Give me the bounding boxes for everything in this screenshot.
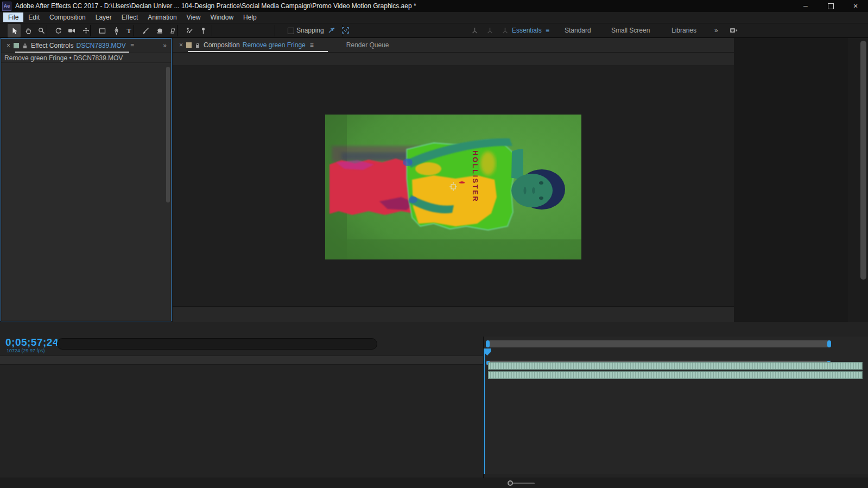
maximize-button[interactable]	[818, 0, 843, 12]
menu-layer[interactable]: Layer	[91, 12, 117, 22]
timeline-search-input[interactable]	[57, 338, 377, 350]
effect-controls-panel: × Effect Controls DSCN7839.MOV ≡ » Remov…	[1, 38, 172, 321]
panel-icon	[186, 42, 192, 48]
effect-controls-scrollbar[interactable]	[166, 67, 170, 202]
menu-bar: FileEditCompositionLayerEffectAnimationV…	[0, 12, 868, 23]
layer-bar-2[interactable]	[488, 371, 863, 379]
toolbar-separator	[47, 25, 47, 36]
playhead-line[interactable]	[484, 348, 485, 474]
timeline-zoom-slider[interactable]	[509, 483, 535, 484]
view-axis-mode-icon[interactable]	[502, 27, 509, 34]
close-icon[interactable]: ×	[179, 41, 183, 49]
toolbar-separator	[90, 25, 91, 36]
sync-settings-icon[interactable]	[730, 27, 738, 34]
window-scrollbar[interactable]	[848, 38, 868, 322]
hand-tool[interactable]	[22, 24, 35, 37]
menu-animation[interactable]: Animation	[143, 12, 181, 22]
zoom-tool[interactable]	[35, 24, 48, 37]
window-title: Adobe After Effects CC 2017 - D:\Users\D…	[15, 2, 416, 10]
workspace-small-screen[interactable]: Small Screen	[611, 27, 650, 34]
composition-tab-title[interactable]: Composition	[204, 41, 240, 49]
timeline-time-area[interactable]	[483, 337, 868, 474]
toolbar-separator	[177, 25, 178, 36]
navigator-end-handle[interactable]	[827, 340, 831, 347]
composition-viewport-image[interactable]: HOLLISTER	[325, 115, 581, 259]
panel-icon	[14, 43, 19, 48]
timeline-timecode[interactable]: 0;05;57;24	[5, 337, 59, 348]
workspace-libraries[interactable]: Libraries	[671, 27, 696, 34]
title-bar: Ae Adobe After Effects CC 2017 - D:\User…	[0, 0, 868, 12]
camera-tool[interactable]	[65, 24, 78, 37]
lock-icon[interactable]	[195, 42, 200, 48]
composition-panel: × Composition Remove green Fringe ≡ Rend…	[173, 38, 734, 322]
close-icon[interactable]: ×	[7, 42, 10, 49]
menu-window[interactable]: Window	[205, 12, 238, 22]
snap-along-edges-icon[interactable]	[328, 27, 335, 34]
toolbar-separator	[134, 25, 134, 36]
puppet-tool[interactable]	[197, 24, 210, 37]
close-button[interactable]: ✕	[843, 0, 868, 12]
timeline-column-header	[0, 356, 483, 365]
effect-controls-tab-target[interactable]: DSCN7839.MOV	[77, 42, 126, 49]
menu-file[interactable]: File	[3, 12, 23, 22]
menu-help[interactable]: Help	[238, 12, 262, 22]
timeline-tabs	[0, 322, 868, 337]
menu-edit[interactable]: Edit	[23, 12, 45, 22]
effect-controls-subtitle: Remove green Fringe • DSCN7839.MOV	[1, 53, 171, 63]
tab-render-queue[interactable]: Render Queue	[346, 41, 389, 49]
ae-app-icon: Ae	[2, 2, 11, 11]
time-ruler[interactable]	[484, 348, 868, 359]
navigator-start-handle[interactable]	[486, 340, 490, 347]
rect-tool[interactable]	[96, 24, 109, 37]
timeline-panel: 0;05;57;24 10724 (29.97 fps)	[0, 322, 868, 488]
pen-tool[interactable]	[110, 24, 123, 37]
more-workspaces-icon[interactable]: »	[714, 27, 718, 34]
snapping-checkbox[interactable]	[288, 28, 294, 34]
snapping-label: Snapping	[296, 27, 324, 34]
menu-composition[interactable]: Composition	[45, 12, 91, 22]
toolbar-separator	[275, 25, 275, 36]
panel-menu-icon[interactable]: ≡	[310, 41, 314, 49]
composition-tab-target[interactable]: Remove green Fringe	[243, 41, 306, 49]
minimize-button[interactable]: ─	[793, 0, 818, 12]
brush-tool[interactable]	[139, 24, 152, 37]
snap-expand-icon[interactable]	[342, 27, 349, 34]
effect-controls-tab-title[interactable]: Effect Controls	[31, 42, 73, 49]
shirt-brand-text: HOLLISTER	[471, 150, 479, 202]
effect-controls-rows	[1, 62, 166, 320]
layer-bar-1[interactable]	[488, 362, 863, 370]
workspace-menu-icon[interactable]: ≡	[546, 27, 549, 34]
zoom-knob[interactable]	[508, 480, 513, 486]
timeline-bottom-bar	[0, 478, 868, 488]
local-axis-mode-icon[interactable]	[471, 27, 478, 34]
toolbar: TSnappingEssentials≡StandardSmall Screen…	[0, 23, 868, 38]
menu-view[interactable]: View	[182, 12, 206, 22]
world-axis-mode-icon[interactable]	[486, 27, 493, 34]
time-navigator[interactable]	[486, 340, 831, 347]
svg-text:T: T	[127, 27, 131, 34]
workspace-standard[interactable]: Standard	[565, 27, 591, 34]
more-panels-icon[interactable]: »	[163, 42, 167, 49]
right-panel-column	[734, 38, 848, 322]
workspace-essentials[interactable]: Essentials	[512, 27, 542, 34]
composition-breadcrumb	[173, 53, 734, 66]
scrollbar-thumb[interactable]	[860, 41, 866, 280]
lock-icon[interactable]	[22, 43, 28, 49]
timeline-frames-info: 10724 (29.97 fps)	[7, 348, 45, 353]
roto-brush-tool[interactable]	[182, 24, 195, 37]
panel-menu-icon[interactable]: ≡	[130, 42, 134, 49]
composition-footer	[173, 306, 734, 322]
menu-effect[interactable]: Effect	[117, 12, 143, 22]
stamp-tool[interactable]	[153, 24, 166, 37]
composition-viewer[interactable]: HOLLISTER	[173, 65, 734, 307]
rotate-tool[interactable]	[52, 24, 65, 37]
toolbar-separator	[212, 25, 212, 36]
selection-tool[interactable]	[8, 24, 21, 37]
